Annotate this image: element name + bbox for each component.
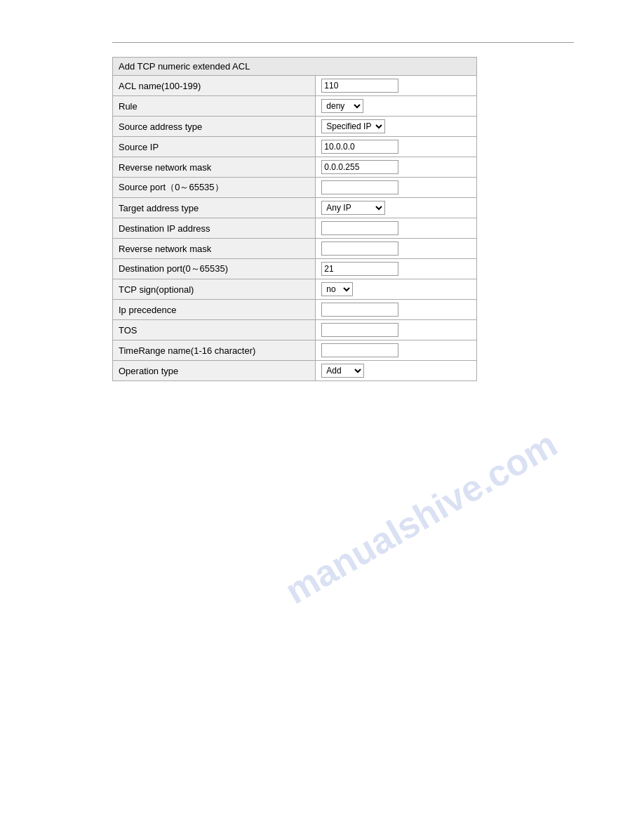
- row-label-target-address-type: Target address type: [113, 198, 316, 218]
- table-row: Rule deny permit: [113, 96, 477, 117]
- source-ip-input[interactable]: [321, 140, 398, 154]
- destination-ip-input[interactable]: [321, 221, 398, 235]
- form-table: Add TCP numeric extended ACL ACL name(10…: [112, 57, 477, 381]
- table-row: Operation type Add Delete: [113, 361, 477, 381]
- tos-input[interactable]: [321, 323, 398, 337]
- row-value-acl-name: [316, 76, 477, 96]
- rule-select[interactable]: deny permit: [321, 99, 363, 113]
- row-label-source-ip: Source IP: [113, 137, 316, 157]
- row-value-reverse-mask-source: [316, 157, 477, 178]
- row-value-tcp-sign: no yes: [316, 279, 477, 300]
- row-label-source-port: Source port（0～65535）: [113, 178, 316, 198]
- table-row: Destination IP address: [113, 218, 477, 239]
- tcp-sign-select[interactable]: no yes: [321, 282, 353, 296]
- row-label-timerange-name: TimeRange name(1-16 character): [113, 340, 316, 361]
- row-label-source-address-type: Source address type: [113, 117, 316, 137]
- row-value-rule: deny permit: [316, 96, 477, 117]
- form-header-row: Add TCP numeric extended ACL: [113, 58, 477, 76]
- source-address-type-select[interactable]: Specified IP Any IP: [321, 119, 385, 133]
- ip-precedence-input[interactable]: [321, 303, 398, 317]
- table-row: Source port（0～65535）: [113, 178, 477, 198]
- form-header-cell: Add TCP numeric extended ACL: [113, 58, 477, 76]
- row-value-source-port: [316, 178, 477, 198]
- table-row: TOS: [113, 320, 477, 340]
- watermark: manualshive.com: [277, 422, 564, 613]
- table-row: Reverse network mask: [113, 239, 477, 259]
- row-label-reverse-mask-dest: Reverse network mask: [113, 239, 316, 259]
- row-label-destination-ip: Destination IP address: [113, 218, 316, 239]
- timerange-name-input[interactable]: [321, 343, 398, 357]
- table-row: Reverse network mask: [113, 157, 477, 178]
- row-value-destination-ip: [316, 218, 477, 239]
- top-divider: [112, 42, 574, 43]
- table-row: Source address type Specified IP Any IP: [113, 117, 477, 137]
- row-label-acl-name: ACL name(100-199): [113, 76, 316, 96]
- table-row: Target address type Any IP Specified IP: [113, 198, 477, 218]
- row-value-tos: [316, 320, 477, 340]
- row-label-tcp-sign: TCP sign(optional): [113, 279, 316, 300]
- table-row: Ip precedence: [113, 300, 477, 320]
- row-value-source-ip: [316, 137, 477, 157]
- row-value-timerange-name: [316, 340, 477, 361]
- operation-type-select[interactable]: Add Delete: [321, 364, 364, 378]
- row-value-destination-port: [316, 259, 477, 279]
- row-label-rule: Rule: [113, 96, 316, 117]
- reverse-mask-source-input[interactable]: [321, 160, 398, 174]
- destination-port-input[interactable]: [321, 262, 398, 276]
- form-header-label: Add TCP numeric extended ACL: [119, 61, 250, 72]
- row-label-reverse-mask-source: Reverse network mask: [113, 157, 316, 178]
- row-label-operation-type: Operation type: [113, 361, 316, 381]
- row-label-tos: TOS: [113, 320, 316, 340]
- row-label-destination-port: Destination port(0～65535): [113, 259, 316, 279]
- row-label-ip-precedence: Ip precedence: [113, 300, 316, 320]
- target-address-type-select[interactable]: Any IP Specified IP: [321, 201, 385, 215]
- acl-name-input[interactable]: [321, 79, 398, 93]
- table-row: TimeRange name(1-16 character): [113, 340, 477, 361]
- source-port-input[interactable]: [321, 180, 398, 194]
- row-value-operation-type: Add Delete: [316, 361, 477, 381]
- table-row: Source IP: [113, 137, 477, 157]
- row-value-source-address-type: Specified IP Any IP: [316, 117, 477, 137]
- row-value-ip-precedence: [316, 300, 477, 320]
- table-row: Destination port(0～65535): [113, 259, 477, 279]
- table-row: ACL name(100-199): [113, 76, 477, 96]
- reverse-mask-dest-input[interactable]: [321, 241, 398, 256]
- table-row: TCP sign(optional) no yes: [113, 279, 477, 300]
- row-value-target-address-type: Any IP Specified IP: [316, 198, 477, 218]
- page-container: Add TCP numeric extended ACL ACL name(10…: [0, 0, 644, 423]
- row-value-reverse-mask-dest: [316, 239, 477, 259]
